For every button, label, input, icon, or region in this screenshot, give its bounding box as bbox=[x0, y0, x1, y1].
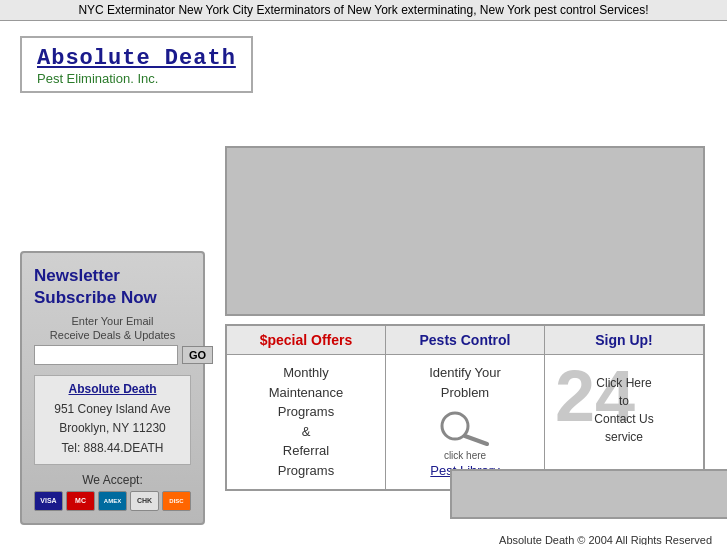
logo-title: Absolute Death bbox=[37, 46, 236, 71]
main-content: Absolute Death Pest Elimination. Inc. Ne… bbox=[0, 21, 727, 545]
bottom-bar bbox=[450, 469, 727, 519]
banner-text: NYC Exterminator New York City Extermina… bbox=[78, 3, 648, 17]
three-columns: $pecial Offers MonthlyMaintenanceProgram… bbox=[225, 324, 705, 491]
click-here-contact-text: Click HeretoContact Usservice bbox=[594, 374, 653, 446]
sign-up-header: Sign Up! bbox=[545, 326, 703, 355]
sign-up-body[interactable]: 24 Click HeretoContact Usservice bbox=[545, 355, 703, 465]
special-offers-text: MonthlyMaintenancePrograms&ReferralProgr… bbox=[269, 363, 343, 480]
address-box: Absolute Death 951 Coney Island Ave Broo… bbox=[34, 375, 191, 465]
newsletter-title: NewsletterSubscribe Now bbox=[34, 265, 191, 309]
sign-up-col: Sign Up! 24 Click HeretoContact Usservic… bbox=[545, 326, 703, 489]
address-tel: Tel: 888.44.DEATH bbox=[43, 439, 182, 458]
email-row: GO bbox=[34, 345, 191, 365]
click-here-text[interactable]: click here bbox=[444, 450, 486, 461]
ad-banner bbox=[225, 146, 705, 316]
footer-text: Absolute Death © 2004 All Rights Reserve… bbox=[499, 534, 712, 545]
check-icon: CHK bbox=[130, 491, 159, 511]
go-button[interactable]: GO bbox=[182, 346, 213, 364]
logo-area: Absolute Death Pest Elimination. Inc. bbox=[20, 36, 253, 93]
special-offers-header: $pecial Offers bbox=[227, 326, 385, 355]
payment-icons: VISA MC AMEX CHK DISC bbox=[34, 491, 191, 511]
special-offers-col: $pecial Offers MonthlyMaintenanceProgram… bbox=[227, 326, 386, 489]
newsletter-subtitle-1: Enter Your Email bbox=[34, 315, 191, 327]
pests-control-col: Pests Control Identify YourProblem click… bbox=[386, 326, 545, 489]
magnifying-glass-icon bbox=[435, 406, 495, 446]
payment-section: We Accept: VISA MC AMEX CHK DISC bbox=[34, 473, 191, 511]
left-sidebar: NewsletterSubscribe Now Enter Your Email… bbox=[20, 251, 205, 525]
special-offers-body: MonthlyMaintenancePrograms&ReferralProgr… bbox=[227, 355, 385, 488]
address-line1: 951 Coney Island Ave bbox=[43, 400, 182, 419]
email-input[interactable] bbox=[34, 345, 178, 365]
discover-icon: DISC bbox=[162, 491, 191, 511]
visa-icon: VISA bbox=[34, 491, 63, 511]
svg-line-1 bbox=[465, 436, 487, 444]
footer: Absolute Death © 2004 All Rights Reserve… bbox=[499, 534, 712, 545]
pests-control-header: Pests Control bbox=[386, 326, 544, 355]
payment-label: We Accept: bbox=[34, 473, 191, 487]
mastercard-icon: MC bbox=[66, 491, 95, 511]
address-name: Absolute Death bbox=[43, 382, 182, 396]
newsletter-subtitle-2: Receive Deals & Updates bbox=[34, 329, 191, 341]
top-banner: NYC Exterminator New York City Extermina… bbox=[0, 0, 727, 21]
right-area: $pecial Offers MonthlyMaintenanceProgram… bbox=[225, 146, 705, 545]
identify-problem-text: Identify YourProblem bbox=[429, 363, 501, 402]
logo-subtitle: Pest Elimination. Inc. bbox=[37, 71, 236, 86]
amex-icon: AMEX bbox=[98, 491, 127, 511]
address-line2: Brooklyn, NY 11230 bbox=[43, 419, 182, 438]
